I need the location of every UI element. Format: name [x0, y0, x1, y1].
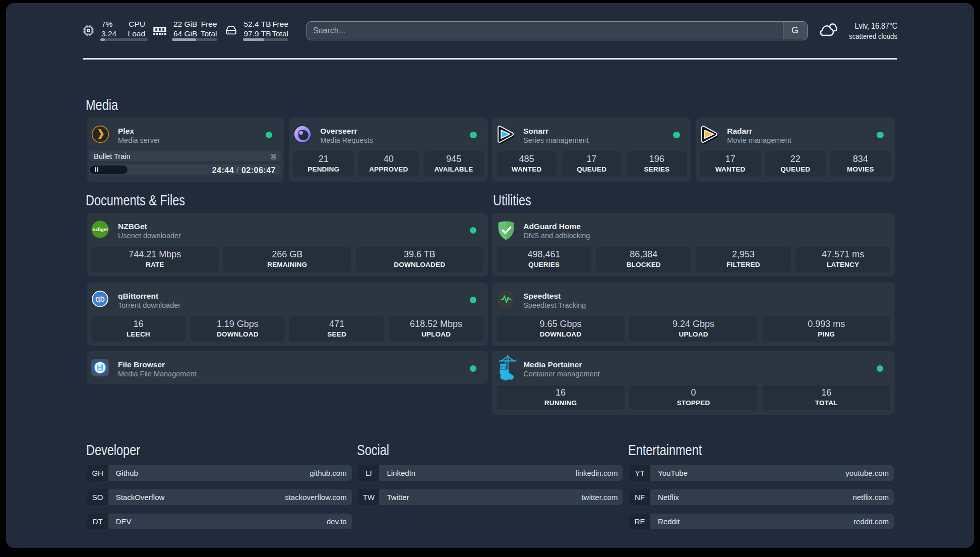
svg-text:nzbget: nzbget	[92, 227, 108, 232]
svg-text:qb: qb	[95, 294, 104, 303]
